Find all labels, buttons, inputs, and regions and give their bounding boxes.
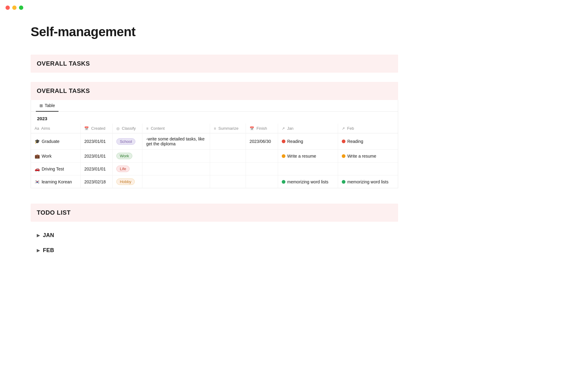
jan-icon: ↗ [282, 126, 285, 131]
section-header-2: OVERALL TASKS [31, 82, 398, 100]
feb-icon: ↗ [342, 126, 345, 131]
todo-section: TODO LIST ▶JAN▶FEB [31, 204, 398, 258]
cell-feb [338, 163, 398, 175]
feb-dot [342, 154, 345, 158]
jan-text: Reading [287, 139, 303, 144]
feb-text: Reading [347, 139, 363, 144]
cell-content [142, 150, 210, 163]
classify-tag: Life [116, 166, 130, 172]
feb-dot [342, 180, 345, 184]
page-content: Self-management OVERALL TASKS OVERALL TA… [0, 0, 429, 286]
jan-dot [282, 180, 285, 184]
jan-text: memorizing word lists [287, 179, 329, 184]
cell-created: 2023/01/01 [81, 133, 113, 150]
table-header-row: Aa Aims 📅 Created ◎ Classify ≡ [31, 124, 398, 133]
cell-aim: 🇰🇷learning Korean [31, 175, 81, 188]
classify-tag: Hobby [116, 178, 135, 185]
jan-dot [282, 154, 285, 158]
cell-finish [246, 150, 278, 163]
cell-jan: Reading [278, 133, 338, 150]
cell-jan [278, 163, 338, 175]
cell-feb: Reading [338, 133, 398, 150]
todo-section-header: TODO LIST [31, 204, 398, 222]
col-header-jan: ↗ Jan [278, 124, 338, 133]
maximize-button[interactable] [19, 6, 23, 10]
table-row[interactable]: 🎓Graduate2023/01/01School-write some det… [31, 133, 398, 150]
table-row[interactable]: 💼Work2023/01/01WorkWrite a resumeWrite a… [31, 150, 398, 163]
todo-list-items: ▶JAN▶FEB [31, 222, 398, 258]
jan-dot [282, 140, 285, 143]
table-row[interactable]: 🇰🇷learning Korean2023/02/18Hobbymemorizi… [31, 175, 398, 188]
collapse-label: JAN [43, 232, 54, 239]
cell-content: -write some detailed tasks, like get the… [142, 133, 210, 150]
table-row[interactable]: 🚗Driving Test2023/01/01Life [31, 163, 398, 175]
cell-feb: memorizing word lists [338, 175, 398, 188]
collapse-arrow: ▶ [37, 248, 40, 253]
feb-text: Write a resume [347, 154, 376, 159]
aim-emoji: 🇰🇷 [35, 179, 40, 184]
cell-aim: 🚗Driving Test [31, 163, 81, 175]
cell-classify: Work [113, 150, 142, 163]
collapse-label: FEB [43, 247, 54, 254]
cell-feb: Write a resume [338, 150, 398, 163]
cell-aim: 💼Work [31, 150, 81, 163]
cell-finish: 2023/06/30 [246, 133, 278, 150]
col-header-finish: 📅 Finish [246, 124, 278, 133]
data-table: Aa Aims 📅 Created ◎ Classify ≡ [31, 124, 398, 188]
cell-classify: Hobby [113, 175, 142, 188]
finish-icon: 📅 [250, 126, 254, 131]
jan-text: Write a resume [287, 154, 316, 159]
classify-tag: Work [116, 153, 132, 159]
aim-label: learning Korean [42, 179, 72, 184]
cell-summarize [210, 163, 246, 175]
table-tabs: ⊞ Table [31, 100, 398, 112]
col-header-summarize: ≡ Summarize [210, 124, 246, 133]
section-title-2: OVERALL TASKS [37, 87, 90, 94]
cell-content [142, 175, 210, 188]
cell-finish [246, 175, 278, 188]
collapse-item-jan[interactable]: ▶JAN [37, 228, 398, 243]
aim-emoji: 🚗 [35, 167, 40, 171]
col-header-classify: ◎ Classify [113, 124, 142, 133]
minimize-button[interactable] [12, 6, 17, 10]
table-view-container: ⊞ Table 2023 Aa Aims 📅 Create [31, 100, 398, 188]
tab-table-label: Table [45, 103, 55, 108]
cell-created: 2023/01/01 [81, 163, 113, 175]
cell-content [142, 163, 210, 175]
traffic-lights [6, 6, 23, 10]
calendar-icon: 📅 [84, 126, 89, 131]
feb-dot [342, 140, 345, 143]
classify-icon: ◎ [116, 126, 119, 131]
classify-tag: School [116, 138, 135, 145]
overall-tasks-section-2: OVERALL TASKS ⊞ Table 2023 Aa Aims [31, 82, 398, 188]
section-title-1: OVERALL TASKS [37, 60, 90, 67]
collapse-arrow: ▶ [37, 233, 40, 238]
col-header-content: ≡ Content [142, 124, 210, 133]
close-button[interactable] [6, 6, 10, 10]
cell-summarize [210, 175, 246, 188]
page-title: Self-management [31, 25, 398, 39]
collapse-item-feb[interactable]: ▶FEB [37, 243, 398, 258]
tab-table[interactable]: ⊞ Table [36, 100, 58, 112]
cell-jan: memorizing word lists [278, 175, 338, 188]
year-label: 2023 [31, 112, 398, 124]
cell-aim: 🎓Graduate [31, 133, 81, 150]
cell-summarize [210, 133, 246, 150]
cell-finish [246, 163, 278, 175]
col-header-feb: ↗ Feb [338, 124, 398, 133]
cell-created: 2023/01/01 [81, 150, 113, 163]
aim-emoji: 💼 [35, 154, 40, 159]
cell-classify: School [113, 133, 142, 150]
feb-text: memorizing word lists [347, 179, 389, 184]
table-icon: ⊞ [40, 103, 43, 108]
overall-tasks-section-1: OVERALL TASKS [31, 55, 398, 73]
aim-emoji: 🎓 [35, 139, 40, 144]
section-header-1: OVERALL TASKS [31, 55, 398, 73]
cell-jan: Write a resume [278, 150, 338, 163]
col-header-created: 📅 Created [81, 124, 113, 133]
cell-summarize [210, 150, 246, 163]
summarize-icon: ≡ [214, 126, 216, 131]
content-icon: ≡ [146, 126, 148, 131]
cell-classify: Life [113, 163, 142, 175]
aim-label: Work [42, 154, 51, 159]
